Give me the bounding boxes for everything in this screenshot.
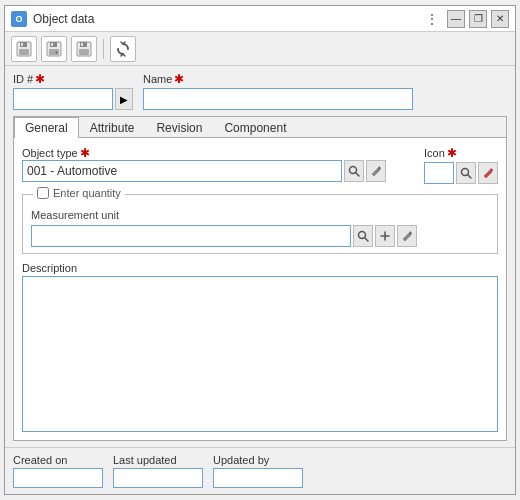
toolbar-separator [103,39,104,59]
enter-quantity-checkbox[interactable] [37,187,49,199]
icon-field-row [424,162,498,184]
icon-search-button[interactable] [456,162,476,184]
svg-rect-9 [51,43,53,46]
measurement-section: Measurement unit [31,209,489,247]
svg-line-16 [356,173,360,177]
updated-by-label: Updated by [213,454,303,466]
save-button-1[interactable] [11,36,37,62]
name-required-star: ✱ [174,72,184,86]
measurement-unit-input[interactable] [31,225,351,247]
created-on-field: Created on [13,454,103,488]
measurement-row [31,225,489,247]
name-input[interactable] [143,88,413,110]
svg-text:O: O [15,14,22,24]
toolbar: + [5,32,515,66]
footer: Created on Last updated Updated by [5,447,515,494]
object-type-input[interactable] [22,160,342,182]
tab-content-general: Object type ✱ [14,138,506,440]
id-required-star: ✱ [35,72,45,86]
measurement-edit-button[interactable] [397,225,417,247]
last-updated-input[interactable] [113,468,203,488]
icon-label: Icon ✱ [424,146,457,160]
window-icon: O [11,11,27,27]
window-menu-icon[interactable]: ⋮ [421,11,443,27]
description-textarea[interactable] [22,276,498,432]
tab-attribute[interactable]: Attribute [79,117,146,138]
tab-general[interactable]: General [14,117,79,138]
title-controls: ⋮ — ❐ ✕ [421,10,509,28]
object-type-section: Object type ✱ [22,146,416,182]
svg-line-20 [365,238,369,242]
last-updated-field: Last updated [113,454,203,488]
icon-edit-button[interactable] [478,162,498,184]
object-type-label: Object type ✱ [22,146,416,160]
icon-section: Icon ✱ [424,146,498,184]
object-type-required-star: ✱ [80,146,90,160]
refresh-button[interactable] [110,36,136,62]
tab-bar: General Attribute Revision Component [14,117,506,138]
id-arrow-button[interactable]: ▶ [115,88,133,110]
tab-component[interactable]: Component [213,117,297,138]
measurement-search-button[interactable] [353,225,373,247]
measurement-add-button[interactable] [375,225,395,247]
updated-by-input[interactable] [213,468,303,488]
id-label: ID # ✱ [13,72,133,86]
name-label: Name ✱ [143,72,413,86]
updated-by-field: Updated by [213,454,303,488]
created-on-input[interactable] [13,468,103,488]
content-area: ID # ✱ ▶ Name ✱ General [5,66,515,447]
object-type-search-button[interactable] [344,160,364,182]
enter-quantity-groupbox: Enter quantity Measurement unit [22,194,498,254]
enter-quantity-title: Enter quantity [33,187,125,199]
title-bar-left: O Object data [11,11,94,27]
object-type-input-row [22,160,416,182]
window-title: Object data [33,12,94,26]
minimize-button[interactable]: — [447,10,465,28]
close-button[interactable]: ✕ [491,10,509,28]
restore-button[interactable]: ❐ [469,10,487,28]
object-type-row: Object type ✱ [22,146,498,184]
object-type-edit-button[interactable] [366,160,386,182]
id-field-row: ▶ [13,88,133,110]
last-updated-label: Last updated [113,454,203,466]
id-name-row: ID # ✱ ▶ Name ✱ [13,72,507,110]
id-field-group: ID # ✱ ▶ [13,72,133,110]
main-window: O Object data ⋮ — ❐ ✕ [4,5,516,495]
measurement-unit-label: Measurement unit [31,209,489,221]
svg-line-18 [468,175,472,179]
tab-revision[interactable]: Revision [145,117,213,138]
icon-preview [424,162,454,184]
name-field-group: Name ✱ [143,72,413,110]
svg-rect-4 [19,49,29,55]
description-section: Description [22,262,498,432]
tabs-container: General Attribute Revision Component Obj… [13,116,507,441]
title-bar: O Object data ⋮ — ❐ ✕ [5,6,515,32]
name-field-row [143,88,413,110]
svg-rect-13 [79,49,89,55]
svg-text:+: + [55,49,59,55]
save-button-2[interactable]: + [41,36,67,62]
created-on-label: Created on [13,454,103,466]
icon-required-star: ✱ [447,146,457,160]
svg-rect-14 [81,43,83,46]
id-input[interactable] [13,88,113,110]
save-button-3[interactable] [71,36,97,62]
description-label: Description [22,262,498,274]
svg-rect-5 [21,43,23,46]
